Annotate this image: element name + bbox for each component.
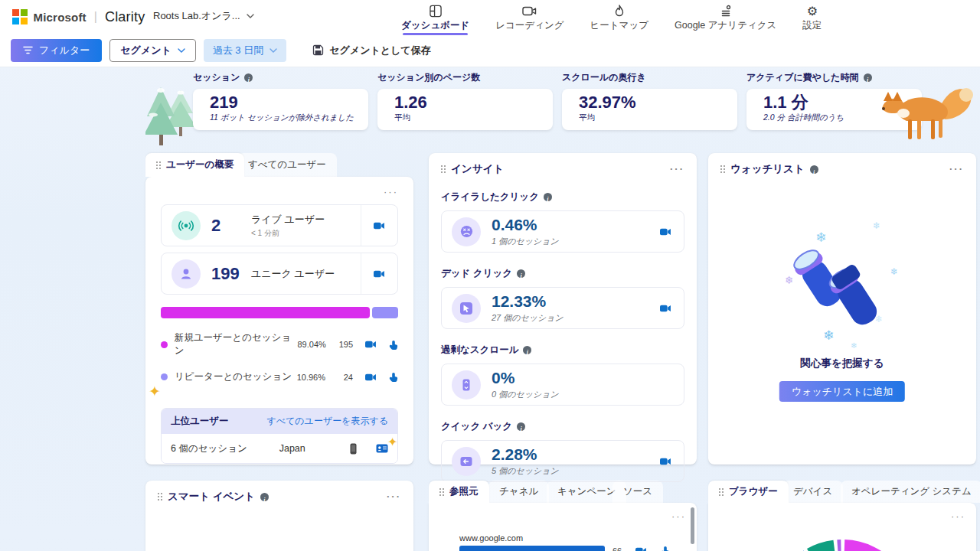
legend-returning-users-label: リピーターとのセッション xyxy=(175,370,292,383)
segment-dropdown[interactable]: セグメント xyxy=(109,39,196,62)
flame-icon xyxy=(612,5,626,18)
excessive-scroll-box: 0% 0 個のセッション xyxy=(441,364,684,406)
watch-recordings-button[interactable] xyxy=(660,227,671,236)
view-heatmap-button[interactable] xyxy=(389,340,398,350)
project-selector[interactable]: Roots Lab.オンラ... xyxy=(153,9,254,23)
info-icon[interactable] xyxy=(810,165,818,174)
tab-sources-label: ソース xyxy=(623,485,652,498)
brand-divider: | xyxy=(93,10,99,24)
top-user-country: Japan xyxy=(279,443,305,454)
tab-channels[interactable]: チャネル xyxy=(488,481,549,503)
drag-grip-icon[interactable] xyxy=(439,488,444,496)
video-camera-icon xyxy=(660,457,671,466)
save-segment-button[interactable]: セグメントとして保存 xyxy=(305,39,438,62)
view-heatmap-button[interactable] xyxy=(389,372,398,382)
top-users-panel: 上位ユーザー すべてのユーザーを表示する 6 個のセッション Japan xyxy=(161,408,398,464)
dead-clicks-sub: 27 個のセッション xyxy=(492,312,564,324)
info-icon[interactable] xyxy=(523,346,531,354)
watch-unique-recordings-button[interactable] xyxy=(361,253,397,294)
info-icon[interactable] xyxy=(517,269,525,278)
watch-recordings-button[interactable] xyxy=(635,546,647,551)
snowflake-icon: ❄ xyxy=(785,274,794,286)
new-users-bar-segment xyxy=(161,307,370,318)
tab-sources[interactable]: ソース xyxy=(612,481,663,503)
watch-recordings-button[interactable] xyxy=(660,457,671,466)
microsoft-wordmark: Microsoft xyxy=(34,11,87,24)
watchlist-caption: 関心事を把握する xyxy=(708,357,976,370)
more-menu[interactable]: ··· xyxy=(384,186,398,197)
stat-pages-sub: 平均 xyxy=(394,112,553,123)
tab-campaigns-label: キャンペーン xyxy=(557,485,616,498)
tab-referrers[interactable]: 参照元 xyxy=(429,481,489,503)
fox-illustration xyxy=(877,73,974,142)
more-menu[interactable]: ··· xyxy=(670,165,684,173)
microsoft-logo-icon xyxy=(12,9,28,24)
watch-live-recordings-button[interactable] xyxy=(361,205,397,246)
view-heatmap-button[interactable] xyxy=(661,546,670,551)
stat-scroll-card: 32.97% 平均 xyxy=(562,89,737,130)
snowflake-icon: ❄ xyxy=(873,220,880,231)
info-icon[interactable] xyxy=(544,193,552,201)
more-menu[interactable]: ··· xyxy=(949,165,964,173)
user-id-card-icon[interactable] xyxy=(376,444,388,453)
watch-recordings-button[interactable] xyxy=(660,304,671,313)
stat-pages-value: 1.26 xyxy=(394,93,553,112)
more-menu[interactable]: ··· xyxy=(671,510,686,522)
tab-settings-label: 設定 xyxy=(802,19,822,35)
smart-events-card: スマート イベント ··· xyxy=(145,481,413,551)
unique-users-row: 199 ユニーク ユーザー xyxy=(161,253,398,295)
drag-grip-icon[interactable] xyxy=(720,165,725,173)
tab-all-users-label: すべてのユーザー xyxy=(248,158,326,171)
tab-settings[interactable]: 設定 xyxy=(801,2,823,35)
cursor-click-icon xyxy=(452,294,481,323)
watch-recordings-button[interactable] xyxy=(365,373,377,382)
tab-browsers[interactable]: ブラウザー xyxy=(708,481,789,503)
stat-pages-card: 1.26 平均 xyxy=(377,89,553,130)
watchlist-title: ウォッチリスト xyxy=(730,162,805,176)
tab-user-overview[interactable]: ユーザーの概要 xyxy=(145,153,244,177)
top-user-row[interactable]: 6 個のセッション Japan xyxy=(162,434,397,463)
video-camera-icon xyxy=(522,5,537,18)
pointing-finger-icon xyxy=(661,546,670,551)
vertical-scrollbar[interactable] xyxy=(691,507,694,544)
tab-all-users[interactable]: すべてのユーザー xyxy=(237,153,337,177)
top-users-title: 上位ユーザー xyxy=(171,415,229,428)
info-icon[interactable] xyxy=(864,73,872,82)
video-camera-icon xyxy=(635,546,647,551)
tab-google-analytics[interactable]: Google アナリティクス xyxy=(673,2,778,35)
info-icon[interactable] xyxy=(260,493,269,501)
referrer-value: 66 xyxy=(612,546,622,551)
legend-dot xyxy=(161,341,168,348)
tab-operating-systems[interactable]: オペレーティング システム xyxy=(841,481,980,503)
live-users-sub: < 1 分前 xyxy=(251,228,325,239)
referrers-card: ··· www.google.com 66 xyxy=(429,503,697,551)
tab-operating-systems-label: オペレーティング システム xyxy=(851,485,972,498)
tab-browsers-label: ブラウザー xyxy=(729,485,778,498)
watch-recordings-button[interactable] xyxy=(365,340,377,349)
rage-clicks-sub: 1 個のセッション xyxy=(492,236,559,247)
info-icon[interactable] xyxy=(517,422,525,431)
broadcast-icon xyxy=(172,211,201,240)
drag-grip-icon[interactable] xyxy=(158,493,162,500)
pointing-finger-icon xyxy=(389,372,398,382)
user-overview-card: ··· 2 ライブ ユーザー < 1 分前 199 ユニーク ユーザー xyxy=(145,177,413,465)
add-to-watchlist-button[interactable]: ウォッチリストに追加 xyxy=(779,381,905,402)
date-range-dropdown[interactable]: 過去 3 日間 xyxy=(204,39,286,62)
clarity-wordmark: Clarity xyxy=(105,9,145,25)
show-all-users-link[interactable]: すべてのユーザーを表示する xyxy=(266,415,388,428)
filter-button[interactable]: フィルター xyxy=(11,39,102,62)
tab-devices[interactable]: デバイス xyxy=(782,481,843,503)
drag-grip-icon[interactable] xyxy=(156,161,161,169)
date-range-label: 過去 3 日間 xyxy=(213,44,263,57)
chevron-down-icon xyxy=(178,48,185,53)
tab-dashboard[interactable]: ダッシュボード xyxy=(400,2,471,35)
more-menu[interactable]: ··· xyxy=(951,510,965,522)
drag-grip-icon[interactable] xyxy=(441,165,446,173)
more-menu[interactable]: ··· xyxy=(387,493,401,500)
drag-grip-icon[interactable] xyxy=(719,488,724,496)
donut-segment-magenta xyxy=(844,548,891,551)
segment-label: セグメント xyxy=(120,44,172,57)
tab-heatmaps[interactable]: ヒートマップ xyxy=(589,2,650,35)
tab-recordings[interactable]: レコーディング xyxy=(494,2,565,35)
info-icon[interactable] xyxy=(244,73,253,82)
